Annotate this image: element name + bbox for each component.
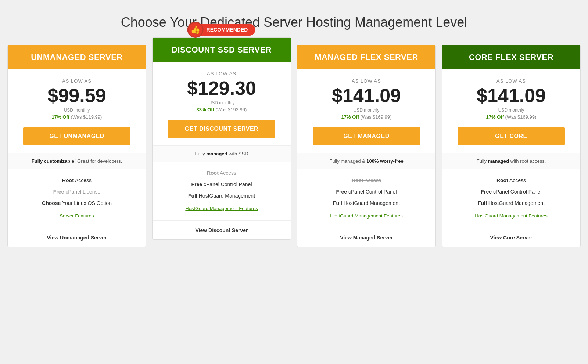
plan-footer: View Discount Server — [153, 221, 291, 239]
plan-header: CORE FLEX SERVER — [442, 45, 580, 69]
feature-link-discount-ssd[interactable]: HostGuard Management Features — [158, 206, 285, 211]
usd-monthly-label: USD monthly — [158, 100, 285, 105]
plan-card-unmanaged: UNMANAGED SERVER AS LOW AS $99.59 USD mo… — [7, 45, 146, 247]
plan-price: $141.09 — [303, 85, 430, 106]
feature-item: Full HostGuard Management — [158, 192, 285, 200]
plan-header: UNMANAGED SERVER — [8, 45, 146, 69]
discount-pct: 17% Off — [52, 114, 69, 120]
feature-item: Free cPanel Control Panel — [303, 188, 430, 196]
feature-item: Root Access — [303, 177, 430, 184]
discount-line: 17% Off (Was $169.99) — [303, 114, 430, 120]
thumbs-up-icon: 👍 — [187, 22, 204, 38]
plan-price: $99.59 — [14, 85, 140, 106]
recommended-label: RECOMMENDED — [207, 27, 248, 33]
feature-item: Free cPanel Control Panel — [448, 188, 574, 196]
feature-item: Full HostGuard Management — [303, 199, 430, 207]
discount-line: 33% Off (Was $192.99) — [158, 107, 285, 112]
discount-line: 17% Off (Was $119.99) — [14, 114, 140, 120]
feature-item: Free cPanel Control Panel — [158, 181, 285, 188]
discount-pct: 17% Off — [486, 114, 504, 120]
discount-line: 17% Off (Was $169.99) — [448, 114, 574, 120]
feature-item: Full HostGuard Management — [448, 199, 574, 207]
plans-container: UNMANAGED SERVER AS LOW AS $99.59 USD mo… — [7, 45, 581, 247]
view-link-managed-flex[interactable]: View Managed Server — [340, 235, 393, 241]
feature-item: Root Access — [448, 177, 574, 184]
plan-features: Root AccessFree cPanel Control PanelFull… — [153, 162, 291, 221]
discount-pct: 33% Off — [197, 107, 214, 112]
feature-link-managed-flex[interactable]: HostGuard Management Features — [303, 213, 430, 219]
plan-tagline: Fully customizable! Great for developers… — [8, 153, 146, 169]
plan-features: Root AccessFree cPanel LicenseChoose You… — [8, 169, 146, 228]
plan-tagline: Fully managed & 100% worry-free — [297, 153, 435, 169]
feature-item: Free cPanel License — [14, 188, 140, 196]
plan-card-managed-flex: MANAGED FLEX SERVER AS LOW AS $141.09 US… — [297, 45, 436, 247]
plan-tagline: Fully managed with SSD — [153, 146, 291, 162]
view-link-core-flex[interactable]: View Core Server — [490, 235, 533, 241]
as-low-as-label: AS LOW AS — [448, 78, 574, 84]
view-link-discount-ssd[interactable]: View Discount Server — [196, 227, 248, 233]
as-low-as-label: AS LOW AS — [14, 78, 140, 84]
plan-header: DISCOUNT SSD SERVER — [153, 38, 291, 62]
plan-pricing: AS LOW AS $99.59 USD monthly 17% Off (Wa… — [8, 69, 146, 153]
plan-card-core-flex: CORE FLEX SERVER AS LOW AS $141.09 USD m… — [442, 45, 581, 247]
plan-tagline: Fully managed with root access. — [442, 153, 580, 169]
plan-price: $141.09 — [448, 85, 574, 106]
feature-item: Root Access — [158, 169, 285, 177]
usd-monthly-label: USD monthly — [14, 108, 140, 113]
discount-pct: 17% Off — [341, 114, 359, 120]
as-low-as-label: AS LOW AS — [303, 78, 430, 84]
plan-footer: View Unmanaged Server — [8, 228, 146, 247]
plan-footer: View Managed Server — [297, 228, 435, 247]
cta-button-unmanaged[interactable]: GET UNMANAGED — [23, 127, 130, 145]
plan-price: $129.30 — [158, 78, 285, 99]
view-link-unmanaged[interactable]: View Unmanaged Server — [47, 235, 107, 241]
cta-button-managed-flex[interactable]: GET MANAGED — [313, 127, 420, 145]
as-low-as-label: AS LOW AS — [158, 71, 285, 76]
usd-monthly-label: USD monthly — [303, 108, 430, 113]
usd-monthly-label: USD monthly — [448, 108, 574, 113]
plan-header: MANAGED FLEX SERVER — [297, 45, 435, 69]
plan-features: Root AccessFree cPanel Control PanelFull… — [297, 169, 435, 228]
plan-features: Root AccessFree cPanel Control PanelFull… — [442, 169, 580, 228]
plan-pricing: AS LOW AS $141.09 USD monthly 17% Off (W… — [442, 69, 580, 153]
plan-pricing: AS LOW AS $141.09 USD monthly 17% Off (W… — [297, 69, 435, 153]
plan-pricing: AS LOW AS $129.30 USD monthly 33% Off (W… — [153, 62, 291, 146]
cta-button-core-flex[interactable]: GET CORE — [458, 127, 565, 145]
plan-card-discount-ssd: 👍 RECOMMENDED DISCOUNT SSD SERVER AS LOW… — [152, 37, 291, 240]
feature-item: Choose Your Linux OS Option — [14, 199, 140, 207]
feature-link-core-flex[interactable]: HostGuard Management Features — [448, 213, 574, 219]
recommended-badge: 👍 RECOMMENDED — [188, 24, 255, 36]
feature-link-unmanaged[interactable]: Server Features — [14, 213, 140, 219]
feature-item: Root Access — [14, 177, 140, 184]
cta-button-discount-ssd[interactable]: GET DISCOUNT SERVER — [168, 120, 275, 138]
plan-footer: View Core Server — [442, 228, 580, 247]
page-title: Choose Your Dedicated Server Hosting Man… — [7, 15, 581, 30]
